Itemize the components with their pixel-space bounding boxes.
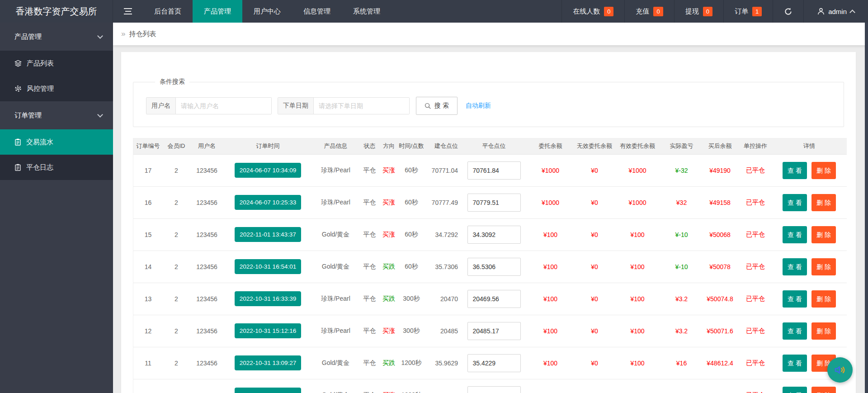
close-point-cell: 36.5306 <box>463 251 524 283</box>
sidebar-group-0[interactable]: 产品管理 <box>0 23 113 51</box>
order-time-cell: 2022-10-31 15:12:16 <box>224 315 312 347</box>
order-date-input[interactable] <box>314 98 409 114</box>
pnl-cell: ¥16 <box>662 347 701 379</box>
username-input[interactable] <box>176 98 271 114</box>
member-id-cell: 2 <box>163 283 190 315</box>
col-header-15: 单控操作 <box>739 138 772 154</box>
invalid-entrust-cell: ¥0 <box>576 283 613 315</box>
view-button[interactable]: 查 看 <box>783 194 807 211</box>
entrust-cell: ¥100 <box>524 283 576 315</box>
refresh-button[interactable] <box>773 0 803 23</box>
duration-cell: 300秒 <box>398 283 425 315</box>
view-button[interactable]: 查 看 <box>783 322 807 340</box>
sidebar-group-1[interactable]: 订单管理 <box>0 101 113 129</box>
order-time-badge[interactable]: 2024-06-07 10:34:09 <box>235 163 301 178</box>
invalid-entrust-cell: ¥0 <box>576 315 613 347</box>
close-point-input[interactable]: 36.5306 <box>467 258 521 276</box>
order-time-badge[interactable]: 2022-10-31 16:33:39 <box>235 291 301 306</box>
refresh-icon <box>784 7 793 16</box>
delete-button[interactable]: 删 除 <box>811 387 836 393</box>
page-scrollbar[interactable] <box>865 23 868 393</box>
entrust-cell: ¥100 <box>524 251 576 283</box>
order-id-cell: 13 <box>133 283 163 315</box>
search-icon <box>425 103 431 109</box>
breadcrumb: » 持仓列表 <box>113 23 868 45</box>
status-cell: 平仓 <box>359 218 380 251</box>
direction-cell: 买涨 <box>380 154 398 186</box>
nav-stat-0[interactable]: 在线人数0 <box>561 0 624 23</box>
auto-refresh-link[interactable]: 自动刷新 <box>466 102 491 110</box>
user-menu[interactable]: admin <box>803 0 868 23</box>
breadcrumb-arrow-icon: » <box>121 29 125 38</box>
nav-tab-1[interactable]: 产品管理 <box>193 0 242 23</box>
delete-button[interactable]: 删 除 <box>811 290 836 308</box>
search-button[interactable]: 搜 索 <box>416 97 458 115</box>
sidebar-item-1-0[interactable]: 交易流水 <box>0 129 113 155</box>
count-badge: 0 <box>604 7 613 16</box>
nav-tab-2[interactable]: 用户中心 <box>242 0 292 23</box>
clipboard-icon <box>14 164 21 171</box>
order-time-badge[interactable]: 2022-10-31 15:12:16 <box>235 323 301 338</box>
col-header-0: 订单编号 <box>133 138 163 154</box>
direction-cell: 买涨 <box>380 315 398 347</box>
direction-cell: 买涨 <box>380 186 398 218</box>
control-status-cell: 已平仓 <box>739 218 772 251</box>
control-status-cell: 已平仓 <box>739 154 772 186</box>
delete-button[interactable]: 删 除 <box>811 162 836 179</box>
nav-tab-0[interactable]: 后台首页 <box>143 0 193 23</box>
search-row: 用户名 下单日期 搜 索 自动刷新 <box>146 97 844 115</box>
view-button[interactable]: 查 看 <box>783 290 807 308</box>
product-cell: 珍珠/Pearl <box>312 283 359 315</box>
delete-button[interactable]: 删 除 <box>811 322 836 340</box>
table-row: 1321234562022-10-31 16:33:39珍珠/Pearl平仓买跌… <box>133 283 847 315</box>
order-time-badge[interactable]: 2022-10-31 13:09:18 <box>235 388 301 393</box>
order-time-badge[interactable]: 2022-11-01 13:43:37 <box>235 227 301 242</box>
close-point-input[interactable]: 70761.84 <box>467 161 521 180</box>
member-id-cell: 2 <box>163 347 190 379</box>
entrust-cell: ¥1000 <box>524 154 576 186</box>
delete-button[interactable]: 删 除 <box>811 194 836 211</box>
sound-float-button[interactable] <box>827 357 853 383</box>
pnl-cell: ¥-32 <box>662 154 701 186</box>
order-time-badge[interactable]: 2022-10-31 16:54:01 <box>235 259 301 274</box>
nav-tab-3[interactable]: 信息管理 <box>292 0 342 23</box>
duration-cell: 60秒 <box>398 218 425 251</box>
sidebar-item-0-0[interactable]: 产品列表 <box>0 51 113 76</box>
view-button[interactable]: 查 看 <box>783 226 807 243</box>
view-button[interactable]: 查 看 <box>783 162 807 179</box>
view-button[interactable]: 查 看 <box>783 258 807 275</box>
close-point-input[interactable]: 20469.56 <box>467 290 521 308</box>
pnl-cell: ¥32 <box>662 186 701 218</box>
status-cell: 平仓 <box>359 186 380 218</box>
positions-table-wrap: 订单编号会员ID用户名订单时间产品信息状态方向时间/点数建仓点位平仓点位委托余额… <box>133 138 844 393</box>
view-button[interactable]: 查 看 <box>783 355 807 372</box>
duration-cell: 60秒 <box>398 154 425 186</box>
col-header-14: 买后余额 <box>701 138 739 154</box>
order-time-badge[interactable]: 2022-10-31 13:09:27 <box>235 355 301 370</box>
product-cell: 珍珠/Pearl <box>312 186 359 218</box>
close-point-input[interactable]: 36.2716 <box>467 386 521 393</box>
delete-button[interactable]: 删 除 <box>811 226 836 243</box>
close-point-input[interactable]: 34.3092 <box>467 226 521 244</box>
view-button[interactable]: 查 看 <box>783 387 807 393</box>
sidebar-item-1-1[interactable]: 平仓日志 <box>0 155 113 180</box>
sidebar-item-0-1[interactable]: 风控管理 <box>0 76 113 101</box>
close-point-input[interactable]: 35.4229 <box>467 354 521 372</box>
username-cell: 123456 <box>190 283 224 315</box>
member-id-cell: 2 <box>163 315 190 347</box>
product-cell: Gold/黄金 <box>312 218 359 251</box>
nav-stat-1[interactable]: 充值0 <box>624 0 674 23</box>
balance-after-cell: ¥49158 <box>701 186 739 218</box>
page-title: 持仓列表 <box>129 30 156 38</box>
nav-stat-3[interactable]: 订单1 <box>723 0 773 23</box>
positions-table: 订单编号会员ID用户名订单时间产品信息状态方向时间/点数建仓点位平仓点位委托余额… <box>133 138 847 393</box>
hamburger-menu-icon[interactable] <box>113 0 143 23</box>
delete-button[interactable]: 删 除 <box>811 258 836 275</box>
nav-tab-4[interactable]: 系统管理 <box>342 0 392 23</box>
order-time-badge[interactable]: 2024-06-07 10:25:33 <box>235 195 301 210</box>
nav-stat-label: 订单 <box>735 7 748 16</box>
direction-cell: 买涨 <box>380 218 398 251</box>
nav-stat-2[interactable]: 提现0 <box>674 0 723 23</box>
close-point-input[interactable]: 20485.17 <box>467 322 521 340</box>
close-point-input[interactable]: 70779.51 <box>467 194 521 212</box>
